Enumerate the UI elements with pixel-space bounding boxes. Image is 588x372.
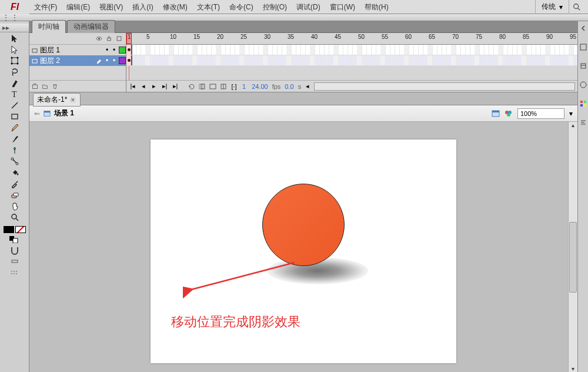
new-folder-icon[interactable] <box>42 83 48 89</box>
lasso-tool[interactable] <box>6 66 24 77</box>
selection-tool[interactable] <box>6 32 24 44</box>
delete-layer-icon[interactable] <box>52 83 58 89</box>
svg-point-17 <box>12 214 16 219</box>
new-layer-icon[interactable] <box>32 83 38 89</box>
tools-panel-header[interactable]: ▸▸ <box>0 24 29 32</box>
menu-item[interactable]: 命令(C) <box>225 0 258 14</box>
scene-label: 场景 1 <box>54 108 74 118</box>
menu-item[interactable]: 控制(O) <box>258 0 292 14</box>
stage-vertical-scrollbar[interactable]: ▴ ▾ <box>568 122 577 372</box>
onion-skin-icon[interactable] <box>198 82 206 91</box>
stage-area[interactable]: 移动位置完成阴影效果 ▴ ▾ <box>29 122 577 372</box>
options-icon-1[interactable] <box>6 255 24 267</box>
eye-icon[interactable] <box>96 35 102 42</box>
svg-point-42 <box>507 113 510 117</box>
svg-point-25 <box>98 38 100 39</box>
menu-item[interactable]: 帮助(H) <box>360 0 393 14</box>
menu-item[interactable]: 窗口(W) <box>325 0 360 14</box>
bone-tool[interactable] <box>6 155 24 167</box>
properties-panel-icon[interactable] <box>580 44 587 51</box>
play-icon[interactable]: ▸ <box>150 82 158 91</box>
layer-color-swatch[interactable] <box>119 57 126 64</box>
layer-row[interactable]: 图层 1•• <box>29 45 126 55</box>
onion-outlines-icon[interactable] <box>209 82 217 91</box>
canvas[interactable]: 移动位置完成阴影效果 <box>151 140 456 363</box>
last-frame-icon[interactable]: ▸| <box>171 82 179 91</box>
svg-rect-49 <box>584 101 586 103</box>
zoom-input[interactable] <box>517 108 564 119</box>
timeline-ruler[interactable]: 15101520253035404550556065707580859095 <box>126 33 577 45</box>
frame-track[interactable] <box>126 55 577 66</box>
symbol-icon[interactable] <box>505 109 513 118</box>
text-tool[interactable]: T <box>6 88 24 99</box>
prev-frame-icon[interactable]: ◂ <box>139 82 148 91</box>
lock-icon[interactable] <box>106 35 112 42</box>
orange-circle-shape[interactable] <box>262 184 345 266</box>
annotation-arrow <box>183 260 300 301</box>
playhead[interactable] <box>126 33 132 44</box>
svg-point-47 <box>580 82 586 88</box>
line-tool[interactable] <box>6 99 24 111</box>
workspace-dropdown[interactable]: 传统 ▾ <box>535 0 569 14</box>
color-panel-icon[interactable] <box>580 81 587 88</box>
menu-item[interactable]: 编辑(E) <box>62 0 95 14</box>
frame-track[interactable] <box>126 45 577 55</box>
pen-tool[interactable] <box>6 77 24 88</box>
stroke-color-swatch[interactable] <box>4 226 14 233</box>
eyedropper-tool[interactable] <box>6 178 24 189</box>
layer-color-swatch[interactable] <box>119 46 126 54</box>
svg-line-18 <box>16 218 18 221</box>
menu-item[interactable]: 文本(T) <box>192 0 225 14</box>
loop-icon[interactable] <box>188 82 196 91</box>
eraser-tool[interactable] <box>6 189 24 200</box>
swatches-panel-icon[interactable] <box>580 100 587 107</box>
layer-row[interactable]: 图层 2•• <box>29 55 126 66</box>
zoom-dropdown-icon[interactable]: ▾ <box>569 109 573 118</box>
color-tools-icon[interactable] <box>6 233 24 244</box>
svg-point-4 <box>16 57 18 58</box>
deco-tool[interactable] <box>6 144 24 155</box>
svg-rect-10 <box>12 114 18 119</box>
pencil-icon <box>96 58 102 64</box>
document-tab[interactable]: 未命名-1* ✕ <box>33 93 81 107</box>
fps-label: fps <box>272 83 281 90</box>
outline-icon[interactable] <box>116 35 122 42</box>
pencil-tool[interactable] <box>6 122 24 133</box>
menu-item[interactable]: 视图(V) <box>95 0 128 14</box>
svg-rect-2 <box>12 58 18 64</box>
tools-panel: ▸▸ T <box>0 21 29 372</box>
edit-scene-icon[interactable] <box>492 109 500 118</box>
tab-motion-editor[interactable]: 动画编辑器 <box>67 20 115 33</box>
close-tab-icon[interactable]: ✕ <box>69 97 76 104</box>
options-icon-2[interactable] <box>6 267 24 278</box>
hand-tool[interactable] <box>6 200 24 211</box>
menu-item[interactable]: 文件(F) <box>29 0 62 14</box>
expand-panels-icon[interactable] <box>580 25 587 32</box>
zoom-tool[interactable] <box>6 211 24 222</box>
edit-multiple-icon[interactable] <box>219 82 228 91</box>
fill-color-swatch[interactable] <box>15 226 26 233</box>
align-panel-icon[interactable] <box>580 119 587 126</box>
modify-markers-icon[interactable]: [·] <box>230 82 238 91</box>
scroll-left-icon[interactable]: ◂ <box>303 82 312 91</box>
next-frame-icon[interactable]: ▸| <box>161 82 169 91</box>
subselection-tool[interactable] <box>6 44 24 55</box>
tab-timeline[interactable]: 时间轴 <box>32 20 66 33</box>
library-panel-icon[interactable] <box>580 62 587 69</box>
rectangle-tool[interactable] <box>6 111 24 122</box>
snap-icon[interactable] <box>6 244 24 255</box>
menu-item[interactable]: 调试(D) <box>292 0 325 14</box>
timeline-scrollbar[interactable] <box>314 82 575 91</box>
menu-item[interactable]: 修改(M) <box>158 0 192 14</box>
time-value: 0.0 <box>283 83 295 90</box>
menu-item[interactable]: 插入(I) <box>128 0 158 14</box>
brush-tool[interactable] <box>6 133 24 144</box>
first-frame-icon[interactable]: |◂ <box>129 82 137 91</box>
annotation-text: 移动位置完成阴影效果 <box>171 313 300 331</box>
back-arrow-icon[interactable]: ⇐ <box>34 109 40 118</box>
help-search-icon[interactable] <box>569 2 586 12</box>
paint-bucket-tool[interactable] <box>6 167 24 178</box>
svg-rect-16 <box>14 193 18 196</box>
svg-point-6 <box>16 62 18 64</box>
free-transform-tool[interactable] <box>6 55 24 66</box>
